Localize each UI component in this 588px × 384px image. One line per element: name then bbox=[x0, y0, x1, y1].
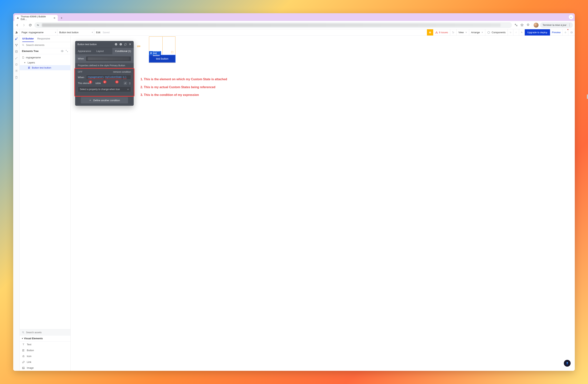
select-property-label: Select a property to change when true bbox=[80, 88, 120, 91]
tab-title: Thomas-83646 | Bubble Edit… bbox=[21, 15, 51, 20]
condition-expression[interactable]: mypagename's myCustomState is 1 bbox=[86, 75, 131, 80]
select-property-row: Select a property to change when true ▼ bbox=[75, 86, 134, 94]
expr-part-3: is 1 bbox=[123, 76, 126, 79]
property-editor[interactable]: Button test button Appearance Layout Con… bbox=[75, 41, 134, 106]
bubble-logo[interactable]: .b bbox=[13, 29, 20, 36]
condition-off-label[interactable]: OFF bbox=[78, 71, 83, 73]
asset-image[interactable]: Image bbox=[20, 365, 70, 371]
notification-dot bbox=[567, 29, 568, 30]
tab-layout[interactable]: Layout bbox=[94, 48, 106, 54]
visual-elements-section[interactable]: ▾ Visual Elements bbox=[20, 336, 70, 342]
edit-label[interactable]: Edit bbox=[96, 31, 100, 34]
account-button[interactable] bbox=[568, 29, 575, 36]
asset-text[interactable]: Text bbox=[20, 342, 70, 347]
menu-dots-icon[interactable]: ⋮ bbox=[568, 23, 571, 27]
search-assets-input[interactable] bbox=[26, 331, 68, 334]
visible-checkbox[interactable]: ✓ bbox=[124, 81, 127, 85]
tree-item-page[interactable]: mypagename bbox=[20, 55, 70, 60]
components-button[interactable]: Components bbox=[485, 29, 508, 36]
search-button[interactable] bbox=[519, 29, 525, 36]
address-input[interactable] bbox=[34, 22, 512, 28]
property-body: When Properties defined in the style Pri… bbox=[75, 54, 134, 103]
trash-icon[interactable] bbox=[128, 82, 131, 84]
selection-label[interactable]: Button test button bbox=[149, 51, 161, 55]
issues-button[interactable]: 8 issues bbox=[433, 29, 450, 36]
resize-handles[interactable] bbox=[171, 51, 175, 55]
preview-label: Preview bbox=[552, 31, 561, 34]
design-tab-icon[interactable] bbox=[15, 37, 18, 40]
element-selector[interactable]: Button test button ▼ bbox=[57, 29, 94, 36]
asset-icon-label: Icon bbox=[27, 355, 32, 358]
tab-strip: .b Thomas-83646 | Bubble Edit… ✕ ＋ ⌄ bbox=[13, 13, 575, 21]
comment-icon[interactable] bbox=[124, 43, 127, 46]
svg-rect-16 bbox=[22, 367, 24, 369]
tab-appearance[interactable]: Appearance bbox=[75, 48, 94, 54]
elements-tree-label: Elements Tree bbox=[22, 50, 39, 53]
arrange-menu[interactable]: Arrange ▼ bbox=[469, 29, 485, 36]
reload-icon[interactable] bbox=[28, 23, 32, 27]
help-button[interactable] bbox=[563, 29, 568, 36]
tab-conditional[interactable]: Conditional (1) bbox=[112, 48, 134, 54]
logs-tab-icon[interactable] bbox=[15, 75, 18, 79]
close-tab-icon[interactable]: ✕ bbox=[53, 17, 56, 20]
condition-header: OFF remove condition bbox=[75, 69, 134, 74]
tree-item-layers[interactable]: ▾ Layers bbox=[20, 60, 70, 65]
asset-icon[interactable]: Icon bbox=[20, 353, 70, 359]
style-when-expression[interactable] bbox=[86, 56, 131, 61]
annotation-badge-1: 1 bbox=[89, 81, 92, 83]
forward-icon[interactable] bbox=[21, 23, 26, 27]
upgrade-label: Upgrade to deploy bbox=[527, 31, 547, 34]
property-editor-header[interactable]: Button test button bbox=[75, 41, 134, 48]
expand-icon[interactable] bbox=[65, 50, 68, 53]
extensions-icon[interactable] bbox=[526, 23, 530, 27]
asset-link[interactable]: Link bbox=[20, 359, 70, 365]
tab-responsive[interactable]: Responsive bbox=[37, 37, 50, 42]
undo-button[interactable] bbox=[508, 29, 513, 36]
run-icon[interactable] bbox=[115, 43, 117, 46]
property-editor-title: Button test button bbox=[77, 43, 97, 46]
preview-button[interactable]: Preview bbox=[550, 29, 563, 36]
data-tab-icon[interactable] bbox=[15, 50, 18, 53]
bookmark-icon[interactable] bbox=[520, 23, 524, 27]
close-panel-icon[interactable] bbox=[129, 43, 131, 46]
annotation-badge-3: 3 bbox=[115, 81, 119, 83]
condition-when-row: When mypagename's myCustomState is 1 bbox=[75, 74, 134, 80]
gift-button[interactable] bbox=[427, 29, 433, 36]
site-settings-icon[interactable] bbox=[36, 23, 40, 27]
workflow-tab-icon[interactable] bbox=[15, 43, 18, 47]
tabs-dropdown-button[interactable]: ⌄ bbox=[569, 15, 573, 19]
svg-rect-9 bbox=[17, 44, 18, 45]
update-button[interactable]: Terminer la mise à jour ⋮ bbox=[540, 22, 573, 28]
search-elements[interactable] bbox=[20, 42, 70, 48]
help-fab[interactable] bbox=[564, 360, 571, 367]
styles-tab-icon[interactable] bbox=[15, 56, 18, 60]
asset-button[interactable]: Button bbox=[20, 347, 70, 353]
svg-rect-20 bbox=[121, 44, 121, 45]
search-elements-input[interactable] bbox=[26, 44, 68, 46]
profile-avatar[interactable] bbox=[534, 23, 539, 28]
eye-icon[interactable] bbox=[61, 50, 64, 53]
info-icon[interactable] bbox=[119, 43, 122, 46]
canvas[interactable]: Button test button Appearance Layout Con… bbox=[71, 36, 575, 371]
image-icon bbox=[22, 367, 25, 369]
browser-tab[interactable]: .b Thomas-83646 | Bubble Edit… ✕ bbox=[14, 15, 58, 21]
saved-label: Saved bbox=[103, 31, 109, 34]
remove-condition-link[interactable]: remove condition bbox=[113, 71, 131, 73]
new-tab-button[interactable]: ＋ bbox=[59, 15, 64, 20]
tree-item-selected-element[interactable]: Button test button bbox=[20, 65, 70, 70]
select-property-dropdown[interactable]: Select a property to change when true ▼ bbox=[78, 86, 131, 92]
search-assets[interactable] bbox=[20, 329, 70, 336]
back-icon[interactable] bbox=[15, 23, 20, 27]
plugins-tab-icon[interactable] bbox=[15, 62, 18, 66]
translate-icon[interactable] bbox=[514, 23, 518, 27]
chevron-down-icon: ▾ bbox=[24, 61, 26, 64]
upgrade-button[interactable]: Upgrade to deploy bbox=[525, 29, 550, 36]
page-selector[interactable]: Page: mypagename ▼ bbox=[20, 29, 57, 36]
tab-ui-builder[interactable]: UI Builder bbox=[22, 37, 34, 42]
annotation-text: 1. This is the element on which my Custo… bbox=[141, 75, 227, 99]
define-condition-button[interactable]: ＋ Define another condition bbox=[81, 97, 128, 103]
cursor-tool[interactable] bbox=[450, 29, 457, 36]
view-menu[interactable]: View ▼ bbox=[457, 29, 469, 36]
settings-tab-icon[interactable] bbox=[15, 69, 18, 73]
redo-button[interactable] bbox=[513, 29, 519, 36]
